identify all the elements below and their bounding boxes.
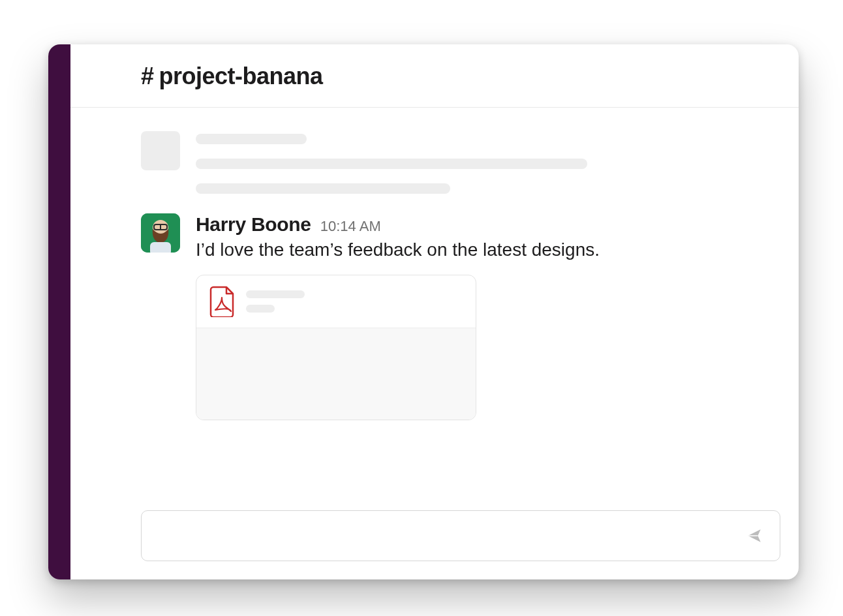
main-pane: # project-banana <box>70 44 799 579</box>
message-timestamp: 10:14 AM <box>320 218 381 235</box>
file-name-placeholder <box>246 290 305 298</box>
app-window: # project-banana <box>48 44 799 579</box>
sidebar <box>48 44 70 579</box>
send-icon <box>744 527 764 544</box>
avatar-illustration <box>141 213 180 253</box>
avatar-placeholder <box>141 131 180 170</box>
file-meta-placeholder <box>246 305 275 313</box>
placeholder-line <box>196 159 587 169</box>
pdf-icon <box>209 286 236 317</box>
message-placeholder <box>141 131 773 194</box>
file-attachment[interactable] <box>196 275 476 420</box>
message-list: Harry Boone 10:14 AM I’d love the team’s… <box>70 108 799 510</box>
file-preview-placeholder <box>196 328 476 420</box>
send-button[interactable] <box>743 526 765 546</box>
message-composer[interactable] <box>141 510 780 561</box>
svg-rect-4 <box>150 242 171 253</box>
composer-input[interactable] <box>156 511 743 561</box>
placeholder-line <box>196 183 450 194</box>
avatar[interactable] <box>141 213 180 253</box>
message: Harry Boone 10:14 AM I’d love the team’s… <box>141 213 773 420</box>
channel-name: project-banana <box>159 63 323 90</box>
message-author[interactable]: Harry Boone <box>196 213 311 236</box>
text-placeholder-group <box>196 131 773 194</box>
channel-header: # project-banana <box>70 44 799 108</box>
hash-icon: # <box>141 63 154 90</box>
channel-title[interactable]: # project-banana <box>141 63 773 90</box>
placeholder-line <box>196 134 307 144</box>
message-text: I’d love the team’s feedback on the late… <box>196 239 773 260</box>
